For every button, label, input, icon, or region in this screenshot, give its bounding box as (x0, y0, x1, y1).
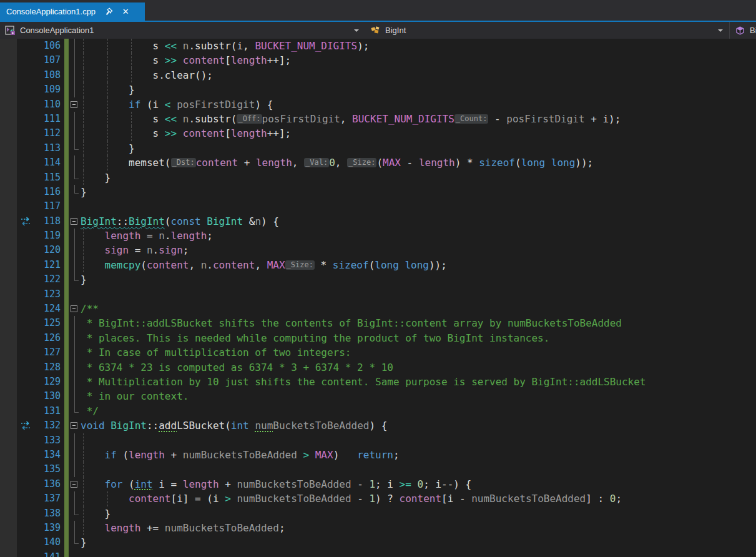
code-text[interactable]: BigInt::BigInt(const BigInt &n) { (81, 214, 756, 229)
line-number[interactable]: 127 (35, 345, 62, 360)
code-text[interactable]: s >> content[length++]; (81, 126, 756, 140)
code-text[interactable]: memset(_Dst:content + length, _Val:0, _S… (81, 155, 756, 170)
line-number[interactable]: 119 (35, 229, 62, 243)
close-icon[interactable]: ✕ (120, 7, 130, 17)
collapse-box-icon[interactable] (69, 214, 81, 229)
breakpoint-margin[interactable] (0, 433, 17, 448)
code-text[interactable]: } (81, 141, 756, 155)
line-number[interactable]: 134 (35, 448, 62, 462)
breakpoint-margin[interactable] (0, 214, 17, 229)
line-number[interactable]: 108 (35, 68, 62, 82)
code-text[interactable] (81, 433, 756, 448)
breakpoint-margin[interactable] (0, 316, 17, 330)
member-dropdown[interactable]: Bi (729, 22, 756, 39)
breakpoint-margin[interactable] (0, 331, 17, 345)
line-number[interactable]: 116 (35, 185, 62, 199)
code-text[interactable]: * Multiplication by 10 just shifts the c… (81, 375, 756, 389)
line-number[interactable]: 130 (35, 389, 62, 403)
line-number[interactable]: 138 (35, 506, 62, 521)
line-number[interactable]: 126 (35, 331, 62, 345)
line-number[interactable]: 121 (35, 258, 62, 272)
line-number[interactable]: 109 (35, 82, 62, 97)
code-text[interactable]: } (81, 272, 756, 287)
collapse-box-icon[interactable] (69, 97, 81, 112)
code-text[interactable]: } (81, 535, 756, 550)
code-text[interactable]: if (length + numBucketsToBeAdded > MAX) … (81, 448, 756, 462)
code-text[interactable]: memcpy(content, n.content, MAX_Size: * s… (81, 258, 756, 272)
breakpoint-margin[interactable] (0, 345, 17, 360)
breakpoint-margin[interactable] (0, 199, 17, 214)
line-number[interactable]: 111 (35, 112, 62, 126)
breakpoint-margin[interactable] (0, 287, 17, 302)
collapse-box-icon[interactable] (69, 418, 81, 433)
breakpoint-margin[interactable] (0, 462, 17, 476)
breakpoint-margin[interactable] (0, 141, 17, 155)
collapse-box-icon[interactable] (69, 477, 81, 491)
breakpoint-margin[interactable] (0, 535, 17, 550)
code-text[interactable] (81, 199, 756, 214)
breakpoint-margin[interactable] (0, 170, 17, 185)
swap-arrows-icon-cell[interactable] (17, 418, 35, 433)
breakpoint-margin[interactable] (0, 229, 17, 243)
code-text[interactable]: void BigInt::addLSBucket(int numBucketsT… (81, 418, 756, 433)
code-text[interactable]: * In case of multiplication of two integ… (81, 345, 756, 360)
code-text[interactable] (81, 287, 756, 302)
breakpoint-margin[interactable] (0, 258, 17, 272)
breakpoint-margin[interactable] (0, 404, 17, 418)
line-number[interactable]: 117 (35, 199, 62, 214)
type-dropdown[interactable]: BigInt (365, 22, 729, 39)
project-dropdown[interactable]: ConsoleApplication1 (0, 22, 365, 39)
breakpoint-margin[interactable] (0, 375, 17, 389)
code-text[interactable]: length += numBucketsToBeAdded; (81, 521, 756, 535)
line-number[interactable]: 113 (35, 141, 62, 155)
breakpoint-margin[interactable] (0, 550, 17, 557)
code-text[interactable]: length = n.length; (81, 229, 756, 243)
code-text[interactable]: if (i < posFirstDigit) { (81, 97, 756, 112)
code-text[interactable]: * in our context. (81, 389, 756, 403)
breakpoint-margin[interactable] (0, 521, 17, 535)
code-text[interactable]: /** (81, 302, 756, 316)
line-number[interactable]: 124 (35, 302, 62, 316)
breakpoint-margin[interactable] (0, 243, 17, 257)
line-number[interactable]: 140 (35, 535, 62, 550)
line-number[interactable]: 110 (35, 97, 62, 112)
code-text[interactable]: * BigInt::addLSBucket shifts the content… (81, 316, 756, 330)
line-number[interactable]: 122 (35, 272, 62, 287)
breakpoint-margin[interactable] (0, 155, 17, 170)
breakpoint-margin[interactable] (0, 389, 17, 403)
code-text[interactable]: content[i] = (i > numBucketsToBeAdded - … (81, 491, 756, 506)
code-text[interactable] (81, 550, 756, 557)
code-text[interactable]: * 6374 * 23 is computed as 6374 * 3 + 63… (81, 360, 756, 375)
line-number[interactable]: 132 (35, 418, 62, 433)
code-editor[interactable]: 106 s << n.substr(i, BUCKET_NUM_DIGITS);… (0, 39, 756, 557)
line-number[interactable]: 107 (35, 53, 62, 67)
line-number[interactable]: 133 (35, 433, 62, 448)
breakpoint-margin[interactable] (0, 185, 17, 199)
pin-icon[interactable] (104, 7, 113, 16)
code-text[interactable]: s << n.substr(i, BUCKET_NUM_DIGITS); (81, 39, 756, 53)
line-number[interactable]: 115 (35, 170, 62, 185)
breakpoint-margin[interactable] (0, 506, 17, 521)
line-number[interactable]: 128 (35, 360, 62, 375)
breakpoint-margin[interactable] (0, 68, 17, 82)
code-text[interactable]: * places. This is needed while computing… (81, 331, 756, 345)
line-number[interactable]: 139 (35, 521, 62, 535)
line-number[interactable]: 137 (35, 491, 62, 506)
code-text[interactable]: } (81, 82, 756, 97)
line-number[interactable]: 123 (35, 287, 62, 302)
breakpoint-margin[interactable] (0, 418, 17, 433)
line-number[interactable]: 114 (35, 155, 62, 170)
breakpoint-margin[interactable] (0, 112, 17, 126)
breakpoint-margin[interactable] (0, 448, 17, 462)
breakpoint-margin[interactable] (0, 82, 17, 97)
line-number[interactable]: 141 (35, 550, 62, 557)
line-number[interactable]: 125 (35, 316, 62, 330)
code-text[interactable]: s >> content[length++]; (81, 53, 756, 67)
collapse-box-icon[interactable] (69, 302, 81, 316)
line-number[interactable]: 120 (35, 243, 62, 257)
line-number[interactable]: 136 (35, 477, 62, 491)
code-text[interactable]: sign = n.sign; (81, 243, 756, 257)
breakpoint-margin[interactable] (0, 360, 17, 375)
breakpoint-margin[interactable] (0, 126, 17, 140)
line-number[interactable]: 112 (35, 126, 62, 140)
